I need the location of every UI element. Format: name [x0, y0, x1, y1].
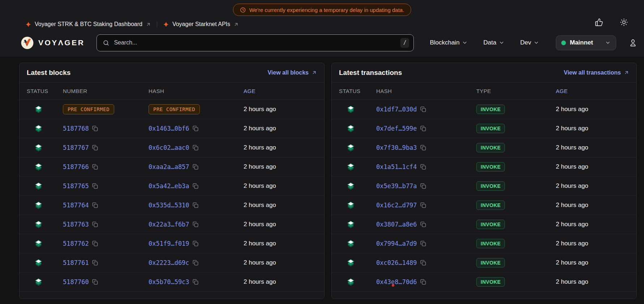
block-hash-link[interactable]: 0x1463…0bf6 [149, 125, 189, 132]
tx-hash-link[interactable]: 0x1a51…1cf4 [376, 163, 417, 170]
view-all-transactions-link[interactable]: View all transactions [564, 69, 629, 76]
copy-icon[interactable] [92, 279, 98, 285]
block-status-layers-icon [35, 144, 42, 152]
block-number-link[interactable]: 5187766 [63, 163, 89, 170]
external-arrow-icon [624, 70, 629, 75]
block-hash-link[interactable]: 0xaa2a…a857 [149, 163, 189, 170]
tx-hash-link[interactable]: 0x5e39…b77a [376, 182, 417, 190]
tx-age: 2 hours ago [556, 125, 629, 132]
copy-icon[interactable] [193, 260, 198, 266]
tx-hash-link[interactable]: 0x1df7…030d [376, 106, 417, 113]
search-bar[interactable]: / [96, 34, 414, 51]
block-hash-link[interactable]: 0x22a3…f6b7 [149, 221, 189, 228]
block-number-link[interactable]: 5187761 [63, 259, 89, 266]
block-hash-link[interactable]: 0x535d…5310 [149, 202, 189, 209]
block-number-link[interactable]: 5187768 [63, 125, 89, 132]
copy-icon[interactable] [193, 183, 198, 189]
copy-icon[interactable] [420, 221, 426, 227]
block-number-link[interactable]: 5187762 [63, 240, 89, 247]
theme-toggle-sun-icon[interactable] [620, 18, 628, 26]
copy-icon[interactable] [420, 260, 426, 266]
tx-hash-link[interactable]: 0x43e8…70d6 [376, 278, 417, 286]
starknet-apis-link[interactable]: Voyager Starknet APIs [163, 21, 239, 28]
block-hash-link[interactable]: 0x5b70…59c3 [149, 278, 189, 286]
block-hash-link[interactable]: 0x5a42…eb3a [149, 182, 189, 190]
copy-icon[interactable] [92, 183, 98, 189]
tx-hash-link[interactable]: 0x7994…a7d9 [376, 240, 417, 247]
copy-icon[interactable] [92, 164, 98, 170]
invoke-type-badge[interactable]: INVOKE [476, 162, 505, 172]
block-row: 5187760 0x5b70…59c3 2 hours ago [20, 273, 324, 292]
block-hash-cell: 0x22a3…f6b7 [149, 221, 244, 228]
copy-icon[interactable] [420, 241, 426, 246]
external-links-row: Voyager STRK & BTC Staking Dashboard Voy… [25, 20, 239, 29]
copy-icon[interactable] [420, 183, 426, 189]
invoke-type-badge[interactable]: INVOKE [476, 277, 505, 287]
block-number-link[interactable]: 5187764 [63, 202, 89, 209]
col-number: NUMBER [63, 88, 149, 94]
user-account-icon[interactable] [629, 39, 637, 47]
invoke-type-badge[interactable]: INVOKE [476, 181, 505, 191]
block-number-link[interactable]: 5187765 [63, 182, 89, 190]
block-status-layers-icon [35, 278, 42, 286]
copy-icon[interactable] [92, 260, 98, 266]
block-number-link[interactable]: 5187767 [63, 144, 89, 151]
copy-icon[interactable] [420, 145, 426, 151]
block-row: 5187763 0x22a3…f6b7 2 hours ago [20, 215, 324, 234]
copy-icon[interactable] [420, 202, 426, 208]
copy-icon[interactable] [92, 126, 98, 131]
block-number-link[interactable]: 5187763 [63, 221, 89, 228]
block-status-layers-icon [35, 201, 42, 210]
copy-icon[interactable] [420, 279, 426, 285]
tx-status-layers-icon [347, 201, 355, 210]
block-row: 5187767 0x6c02…aac0 2 hours ago [20, 138, 324, 157]
copy-icon[interactable] [193, 202, 198, 208]
view-all-blocks-link[interactable]: View all blocks [267, 69, 317, 76]
copy-icon[interactable] [193, 279, 198, 285]
tx-hash-link[interactable]: 0x3807…a8e6 [376, 221, 417, 228]
copy-icon[interactable] [420, 126, 426, 131]
network-selector[interactable]: Mainnet [556, 35, 616, 50]
copy-icon[interactable] [420, 164, 426, 170]
copy-icon[interactable] [193, 221, 198, 227]
col-type: TYPE [476, 88, 556, 94]
staking-dashboard-link[interactable]: Voyager STRK & BTC Staking Dashboard [25, 21, 151, 28]
copy-icon[interactable] [193, 126, 198, 131]
tx-hash-link[interactable]: 0x7f30…9ba3 [376, 144, 417, 151]
block-hash-link[interactable]: 0x51f9…f019 [149, 240, 189, 247]
nav-dev-dropdown[interactable]: Dev [520, 39, 539, 46]
invoke-type-badge[interactable]: INVOKE [476, 105, 505, 114]
voyager-logo[interactable]: VOYΛGER [21, 36, 85, 50]
block-number-link[interactable]: 5187760 [63, 278, 89, 286]
copy-icon[interactable] [420, 106, 426, 112]
search-input[interactable] [114, 39, 400, 46]
block-status-layers-icon [35, 220, 42, 229]
block-row: 5187762 0x51f9…f019 2 hours ago [20, 234, 324, 253]
tx-hash-link[interactable]: 0x7def…599e [376, 125, 417, 132]
block-number-cell: 5187765 [63, 182, 149, 190]
block-hash-link[interactable]: 0x6c02…aac0 [149, 144, 189, 151]
nav-data-dropdown[interactable]: Data [484, 39, 505, 46]
thumbs-up-icon[interactable] [595, 18, 603, 26]
tx-hash-link[interactable]: 0xc026…1489 [376, 259, 417, 266]
copy-icon[interactable] [92, 221, 98, 227]
copy-icon[interactable] [92, 241, 98, 246]
nav-blockchain-dropdown[interactable]: Blockchain [430, 39, 467, 46]
invoke-type-badge[interactable]: INVOKE [476, 200, 505, 210]
block-hash-cell: 0x6c02…aac0 [149, 144, 244, 151]
invoke-type-badge[interactable]: INVOKE [476, 124, 505, 133]
copy-icon[interactable] [92, 145, 98, 151]
invoke-type-badge[interactable]: INVOKE [476, 143, 505, 152]
copy-icon[interactable] [92, 202, 98, 208]
banner-text: We're currently experiencing a temporary… [249, 7, 404, 13]
block-hash-link[interactable]: 0x2223…d69c [149, 259, 189, 266]
invoke-type-badge[interactable]: INVOKE [476, 220, 505, 229]
tx-hash-link[interactable]: 0x16c2…d797 [376, 202, 417, 209]
copy-icon[interactable] [193, 241, 198, 246]
invoke-type-badge[interactable]: INVOKE [476, 239, 505, 248]
tx-type-cell: INVOKE [476, 200, 556, 210]
invoke-type-badge[interactable]: INVOKE [476, 258, 505, 267]
copy-icon[interactable] [193, 145, 198, 151]
tx-status-cell [339, 144, 376, 152]
copy-icon[interactable] [193, 164, 198, 170]
